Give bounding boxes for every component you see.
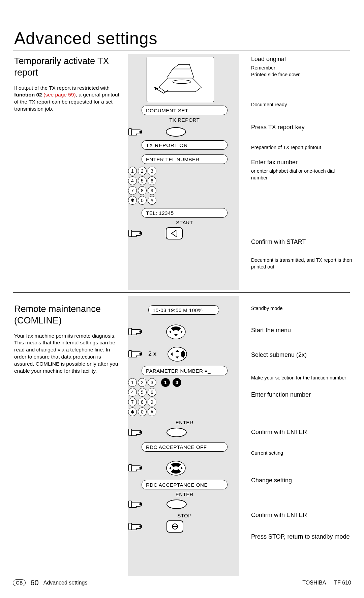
page-number: 60 (30, 578, 38, 587)
svg-rect-27 (129, 523, 132, 530)
stop-button[interactable] (166, 520, 183, 533)
r3-heading: Enter fax number (251, 159, 352, 166)
lcd-rdc-one: RDC ACCEPTANCE ONE (142, 480, 228, 489)
key-3[interactable]: 3 (148, 378, 156, 387)
key-4[interactable]: 4 (128, 176, 137, 185)
key-8[interactable]: 8 (138, 186, 147, 195)
label-enter-2: ENTER (142, 491, 228, 497)
r2-7: Current setting (251, 450, 352, 457)
pointing-hand-icon (128, 463, 143, 473)
key-2[interactable]: 2 (138, 378, 147, 387)
model: TF 610 (334, 580, 351, 586)
key-5[interactable]: 5 (138, 388, 147, 397)
lcd-tel: TEL: 12345 (142, 208, 228, 218)
pointing-hand-icon (128, 127, 143, 137)
pointing-hand-icon (128, 427, 143, 437)
key-0[interactable]: 0 (138, 407, 147, 416)
key-1[interactable]: 1 (128, 167, 137, 175)
text-bold: function 02 (14, 92, 42, 97)
svg-point-0 (173, 80, 191, 83)
pointing-hand-icon (128, 349, 143, 359)
page-title: Advanced settings (14, 29, 158, 48)
r1-sub1: Remember: (251, 65, 352, 72)
section2-right: Standby mode Start the menu Select subme… (251, 305, 352, 543)
fax-illustration (147, 57, 214, 102)
key-6[interactable]: 6 (148, 176, 156, 185)
label-start: START (142, 220, 228, 225)
pointing-hand-icon (128, 499, 143, 509)
section1-mid: DOCUMENT SET TX REPORT TX REPORT ON ENTE… (128, 57, 238, 239)
pointing-hand-icon (128, 228, 143, 238)
key-hash[interactable]: # (148, 196, 156, 205)
lcd-standby: 15-03 19:56 M 100% (148, 305, 219, 315)
lcd-document-set: DOCUMENT SET (142, 106, 228, 115)
label-enter-1: ENTER (142, 420, 228, 425)
svg-point-13 (140, 353, 141, 354)
svg-point-7 (140, 331, 141, 332)
start-button[interactable] (166, 227, 183, 239)
nav-pad-updown[interactable] (166, 460, 185, 475)
key-7[interactable]: 7 (128, 186, 137, 195)
svg-point-2 (140, 131, 141, 133)
r4-sub: Document is transmitted, and TX report i… (251, 257, 352, 270)
lcd-param: PARAMETER NUMBER =_ (142, 366, 228, 375)
key-star[interactable]: ✱ (128, 196, 137, 205)
keypad[interactable]: 1 2 3 4 5 6 7 8 9 ✱ 0 # (128, 167, 238, 205)
rule-mid (13, 292, 350, 293)
key-2[interactable]: 2 (138, 167, 147, 175)
key-6[interactable]: 6 (148, 388, 156, 397)
nav-pad-up[interactable] (166, 324, 185, 339)
key-5[interactable]: 5 (138, 176, 147, 185)
svg-marker-5 (172, 230, 177, 237)
tx-report-key[interactable] (166, 127, 186, 137)
key-9[interactable]: 9 (148, 186, 156, 195)
r2-6: Confirm with ENTER (251, 429, 352, 436)
language-badge: GB (13, 579, 26, 586)
r2-sub: Preparation of TX report printout (251, 144, 352, 151)
key-8[interactable]: 8 (138, 398, 147, 406)
keypad-2[interactable]: 1 2 3 4 5 6 7 8 9 ✱ 0 # (128, 378, 156, 416)
r2-2: Start the menu (251, 327, 352, 334)
r2-1: Standby mode (251, 305, 352, 312)
enter-button[interactable] (166, 428, 187, 437)
enter-button-2[interactable] (166, 500, 187, 509)
entered-digit-3: 3 (173, 378, 181, 387)
svg-rect-12 (129, 350, 132, 357)
section2-left: Remote maintenance (COMLINE) Your fax ma… (14, 304, 122, 375)
r2-10: Press STOP, return to standby mode (251, 533, 352, 541)
key-4[interactable]: 4 (128, 388, 137, 397)
key-0[interactable]: 0 (138, 196, 147, 205)
svg-point-19 (140, 431, 141, 433)
section2-body: Your fax machine permits remote diagnosi… (14, 333, 122, 375)
key-hash[interactable]: # (148, 407, 156, 416)
section1-body: If output of the TX report is restricted… (14, 85, 122, 113)
r2-8: Change setting (251, 477, 352, 484)
section1-heading: Temporarily activate TX report (14, 56, 122, 79)
svg-rect-18 (129, 429, 132, 435)
key-7[interactable]: 7 (128, 398, 137, 406)
svg-point-28 (140, 525, 141, 527)
svg-rect-1 (129, 129, 132, 135)
r1-sub3: Document ready (251, 102, 352, 108)
lcd-rdc-off: RDC ACCEPTANCE OFF (142, 442, 228, 452)
key-1[interactable]: 1 (128, 378, 137, 387)
key-star[interactable]: ✱ (128, 407, 137, 416)
r4-heading: Confirm with START (251, 238, 352, 246)
r2-4: Make your selection for the function num… (251, 375, 352, 381)
count-2x: 2 x (146, 350, 159, 358)
svg-point-4 (140, 232, 141, 234)
r3-sub: or enter alphabet dial or one-touch dial… (251, 168, 352, 181)
section2-mid: 15-03 19:56 M 100% 2 x (128, 305, 238, 533)
svg-point-21 (140, 467, 141, 468)
section2-heading: Remote maintenance (COMLINE) (14, 304, 122, 326)
r2-9: Confirm with ENTER (251, 512, 352, 519)
key-3[interactable]: 3 (148, 167, 156, 175)
r2-3: Select submenu (2x) (251, 351, 352, 359)
svg-rect-3 (129, 230, 132, 236)
text: If output of the TX report is restricted… (14, 85, 110, 91)
label-tx-report: TX REPORT (142, 117, 228, 123)
key-9[interactable]: 9 (148, 398, 156, 406)
section1-right: Load original Remember: Printed side fac… (251, 56, 352, 270)
pointing-hand-icon (128, 521, 143, 532)
nav-pad-right[interactable] (167, 346, 186, 361)
